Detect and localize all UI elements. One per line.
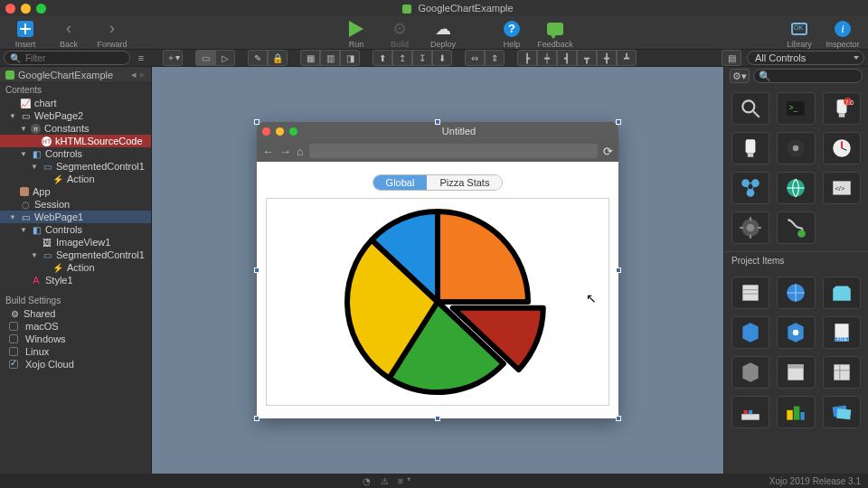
add-item-button[interactable]: ＋▾	[163, 50, 183, 66]
minimize-window-icon[interactable]	[21, 4, 31, 14]
order-back-button[interactable]: ⬇	[432, 50, 452, 66]
nav-item-chart[interactable]: 📈chart	[0, 97, 151, 109]
resize-handle-icon[interactable]	[616, 416, 621, 421]
grid-1-button[interactable]: ▦	[300, 50, 320, 66]
edit-tool-button[interactable]: ✎	[248, 50, 268, 66]
align-middle-button[interactable]: ╋	[597, 50, 617, 66]
library-item[interactable]	[777, 132, 815, 164]
checkbox-icon[interactable]	[9, 334, 18, 343]
checkbox-icon[interactable]	[9, 347, 18, 356]
library-item[interactable]	[731, 316, 769, 349]
zoom-window-icon[interactable]	[36, 4, 46, 14]
library-search[interactable]: 🔍	[753, 69, 863, 83]
navigator-filter[interactable]: 🔍	[4, 51, 130, 65]
grid-3-button[interactable]: ◨	[340, 50, 360, 66]
back-button[interactable]: ‹ Back	[49, 19, 89, 49]
zoom-icon[interactable]	[289, 127, 297, 136]
nav-item-app[interactable]: App	[0, 185, 151, 198]
window-traffic-lights[interactable]	[5, 4, 46, 14]
nav-item-webpage2[interactable]: ▼▭WebPage2	[0, 109, 151, 122]
resize-handle-icon[interactable]	[616, 119, 621, 125]
nav-back-icon[interactable]: ◂	[131, 69, 137, 80]
browser-forward-icon[interactable]: →	[279, 145, 291, 158]
library-item[interactable]	[777, 316, 815, 349]
build-windows[interactable]: Windows	[0, 333, 151, 345]
browser-address-bar[interactable]	[309, 144, 598, 158]
nav-item-session[interactable]: ◌Session	[0, 198, 151, 211]
navigator-filter-input[interactable]	[24, 52, 124, 64]
design-window-titlebar[interactable]: Untitled	[257, 122, 618, 140]
library-item[interactable]: >_	[777, 92, 815, 125]
grid-2-button[interactable]: ▥	[320, 50, 340, 66]
library-item[interactable]	[731, 396, 769, 428]
deploy-button[interactable]: ☁ Deploy	[423, 19, 463, 49]
nav-item-style1[interactable]: AStyle1	[0, 274, 151, 286]
align-right-button[interactable]: ┫	[557, 50, 577, 66]
library-item[interactable]	[731, 277, 769, 309]
nav-group-controls-2[interactable]: ▼◧Controls	[0, 147, 151, 160]
resize-handle-icon[interactable]	[616, 267, 621, 273]
library-item[interactable]	[777, 211, 815, 244]
build-button[interactable]: ⚙ Build	[380, 19, 420, 49]
order-up-button[interactable]: ↥	[392, 50, 412, 66]
nav-item-segctrl-2[interactable]: ▼▭SegmentedControl1	[0, 160, 151, 173]
nav-item-imageview[interactable]: 🖼ImageView1	[0, 236, 151, 249]
project-header[interactable]: GoogleChartExample ◂ ▸	[0, 67, 151, 83]
resize-handle-icon[interactable]	[435, 416, 440, 421]
library-item[interactable]	[731, 132, 769, 164]
checkbox-icon[interactable]	[9, 360, 18, 369]
nav-group-constants[interactable]: ▼πConstants	[0, 122, 151, 135]
build-shared[interactable]: ⚙Shared	[0, 307, 151, 320]
library-item[interactable]	[777, 396, 815, 428]
nav-item-segctrl-1[interactable]: ▼▭SegmentedControl1	[0, 249, 151, 261]
library-button[interactable]: Library	[779, 19, 819, 49]
insert-button[interactable]: Insert	[5, 19, 45, 49]
forward-button[interactable]: › Forward	[92, 19, 132, 49]
library-item[interactable]	[823, 356, 861, 389]
navigator-settings-icon[interactable]: ≡	[134, 51, 148, 65]
nav-item-action-2[interactable]: ⚡Action	[0, 173, 151, 185]
library-item[interactable]	[731, 92, 769, 125]
library-item[interactable]	[731, 211, 769, 244]
library-item[interactable]	[777, 172, 815, 204]
nav-item-khtmlsourcecode[interactable]: HTkHTMLSourceCode	[0, 135, 151, 147]
library-item[interactable]	[823, 132, 861, 164]
resize-handle-icon[interactable]	[435, 119, 440, 125]
minimize-icon[interactable]	[276, 127, 284, 136]
controls-scope-button[interactable]: ▤	[722, 50, 741, 66]
nav-item-webpage1[interactable]: ▼▭WebPage1	[0, 211, 151, 223]
browser-reload-icon[interactable]: ⟳	[603, 145, 613, 158]
run-button[interactable]: Run	[336, 19, 376, 49]
align-top-button[interactable]: ┳	[577, 50, 597, 66]
library-item[interactable]: FILE	[823, 316, 861, 349]
design-canvas[interactable]: Untitled ← → ⌂ ⟳ Global Pizza Stats	[152, 67, 723, 474]
order-down-button[interactable]: ↧	[412, 50, 432, 66]
align-center-button[interactable]: ┿	[537, 50, 557, 66]
library-item[interactable]	[823, 277, 861, 309]
inspector-button[interactable]: i Inspector	[823, 19, 863, 49]
library-item[interactable]	[731, 356, 769, 389]
library-item[interactable]	[823, 396, 861, 428]
align-bottom-button[interactable]: ┻	[617, 50, 637, 66]
nav-group-controls-1[interactable]: ▼◧Controls	[0, 223, 151, 236]
close-icon[interactable]	[262, 127, 270, 136]
align-left-button[interactable]: ┣	[517, 50, 537, 66]
lock-tool-button[interactable]: 🔒	[268, 50, 288, 66]
help-button[interactable]: ? Help	[492, 19, 532, 49]
fill-width-button[interactable]: ⇔	[465, 50, 485, 66]
layout-view-button[interactable]: ▭	[195, 50, 215, 66]
segment-pizza[interactable]: Pizza Stats	[427, 175, 502, 190]
library-item[interactable]	[777, 356, 815, 389]
segmented-control[interactable]: Global Pizza Stats	[373, 174, 504, 191]
browser-home-icon[interactable]: ⌂	[297, 145, 304, 158]
segment-global[interactable]: Global	[373, 175, 428, 190]
fill-height-button[interactable]: ⇕	[485, 50, 505, 66]
close-window-icon[interactable]	[5, 4, 15, 14]
resize-handle-icon[interactable]	[254, 416, 259, 421]
status-icons[interactable]: ◔ ⚠ ≡*	[7, 476, 769, 486]
feedback-button[interactable]: Feedback	[535, 19, 575, 49]
code-view-button[interactable]: ▷	[215, 50, 235, 66]
order-front-button[interactable]: ⬆	[373, 50, 392, 66]
library-item[interactable]: 7.0	[823, 92, 861, 125]
nav-item-action-1[interactable]: ⚡Action	[0, 261, 151, 274]
